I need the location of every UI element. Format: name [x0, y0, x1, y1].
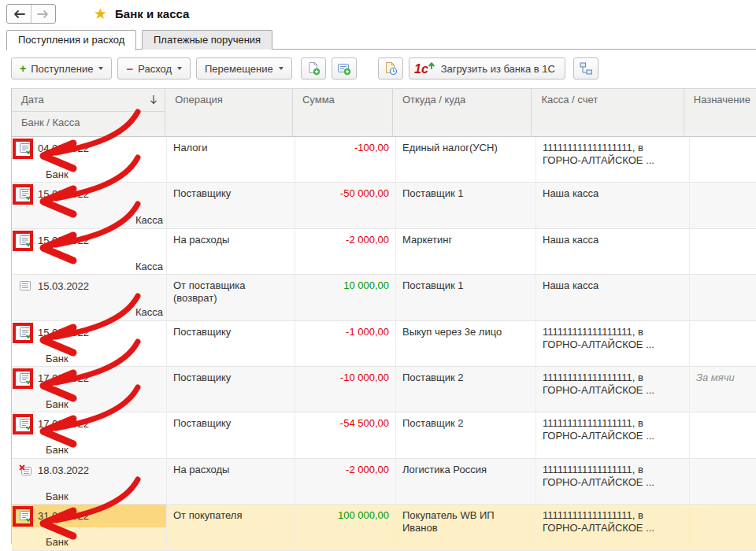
chevron-down-icon — [279, 67, 284, 70]
purpose-cell: За мячи — [690, 367, 756, 412]
purpose-cell — [690, 321, 756, 366]
date-cell: 31.03.2022 Банк — [12, 505, 167, 549]
account-cell: 111111111111111111, в ГОРНО-АЛТАЙСКОЕ ..… — [536, 137, 690, 182]
document-icon — [19, 280, 32, 296]
transactions-table: Дата Банк / Касса Операция Сумма Откуда … — [11, 88, 756, 544]
from-to-cell: Покупатель WB ИП Иванов — [396, 505, 536, 549]
column-header-account[interactable]: Касса / счет — [532, 89, 684, 136]
chevron-down-icon — [177, 67, 182, 70]
load-from-bank-button[interactable]: 1с Загрузить из банка в 1С — [409, 57, 565, 80]
history-nav — [6, 4, 56, 24]
toolbar: + Поступление − Расход Перемещение — [11, 57, 604, 80]
income-button[interactable]: + Поступление — [11, 57, 112, 80]
document-posted-icon — [19, 235, 32, 250]
add-document-button[interactable] — [301, 57, 326, 80]
table-row[interactable]: 15.03.2022 Касса Поставщику -50 000,00 П… — [12, 183, 756, 228]
operation-cell: Поставщику — [167, 367, 295, 412]
from-to-cell: Маркетинг — [396, 229, 536, 274]
tab-bar: Поступления и расход Платежные поручения — [6, 30, 756, 50]
amount-cell: -2 000,00 — [295, 229, 396, 274]
amount-cell: 10 000,00 — [295, 275, 396, 320]
date-text: 15.03.2022 — [38, 234, 89, 247]
table-row[interactable]: 04.03.2022 Банк Налоги -100,00 Единый на… — [12, 137, 756, 183]
amount-cell: -2 000,00 — [295, 459, 396, 504]
table-row[interactable]: 15.03.2022 Касса На расходы -2 000,00 Ма… — [12, 229, 756, 275]
plus-icon: + — [20, 62, 26, 75]
amount-cell: 100 000,00 — [295, 505, 396, 549]
column-header-purpose[interactable]: Назначение — [684, 89, 756, 136]
amount-cell: -100,00 — [295, 137, 396, 182]
table-header: Дата Банк / Касса Операция Сумма Откуда … — [12, 89, 756, 137]
svg-text:1с: 1с — [414, 62, 428, 76]
operation-cell: Поставщику — [167, 412, 295, 457]
date-cell: 15.03.2022 Касса — [12, 183, 167, 227]
document-posted-icon — [19, 327, 32, 342]
from-to-cell: Поставщик 1 — [396, 275, 536, 320]
operation-cell: От поставщика (возврат) — [167, 275, 295, 320]
from-to-cell: Логистика Россия — [396, 459, 536, 504]
operation-cell: Поставщику — [167, 183, 295, 227]
table-row[interactable]: 15.03.2022 Банк Поставщику -1 000,00 Вык… — [12, 321, 756, 367]
minus-icon: − — [126, 62, 133, 76]
account-cell: 111111111111111111, в ГОРНО-АЛТАЙСКОЕ ..… — [536, 367, 690, 412]
column-header-amount[interactable]: Сумма — [293, 89, 393, 136]
amount-cell: -54 500,00 — [295, 412, 396, 457]
column-header-from-to[interactable]: Откуда / куда — [393, 89, 532, 136]
table-row-selected[interactable]: 31.03.2022 Банк От покупателя 100 000,00… — [12, 505, 756, 550]
purpose-cell — [690, 505, 756, 549]
transfer-button[interactable]: Перемещение — [196, 57, 292, 80]
forward-button[interactable] — [31, 5, 55, 23]
date-text: 17.03.2022 — [38, 372, 89, 385]
account-cell: Наша касса — [536, 275, 690, 320]
chevron-down-icon — [98, 67, 103, 70]
document-deleted-icon — [19, 464, 32, 480]
document-posted-icon — [19, 510, 32, 526]
document-posted-icon — [19, 142, 32, 158]
account-cell: Наша касса — [536, 183, 690, 227]
date-cell: 15.03.2022 Касса — [12, 229, 167, 274]
add-document-icon — [306, 61, 321, 76]
amount-cell: -1 000,00 — [295, 321, 396, 366]
top-bar: ★ Банк и касса — [6, 4, 189, 24]
date-cell: 17.03.2022 Банк — [12, 367, 167, 412]
back-button[interactable] — [7, 5, 31, 23]
column-subheader-bank-kassa[interactable]: Банк / Касса — [12, 111, 165, 128]
date-cell: 18.03.2022 Банк — [12, 459, 167, 504]
date-cell: 15.03.2022 Банк — [12, 321, 167, 366]
back-arrow-icon — [13, 9, 25, 19]
date-text: 31.03.2022 — [38, 509, 89, 523]
document-structure-button[interactable] — [573, 57, 598, 80]
table-row[interactable]: 15.03.2022 Касса От поставщика (возврат)… — [12, 275, 756, 320]
date-text: 15.03.2022 — [38, 279, 89, 293]
expense-button-label: Расход — [138, 63, 172, 75]
account-group-label: Касса — [135, 306, 160, 319]
tab-payment-orders[interactable]: Платежные поручения — [142, 30, 272, 50]
from-to-cell: Поставщик 2 — [396, 412, 536, 457]
column-header-operation[interactable]: Операция — [165, 89, 293, 136]
table-row[interactable]: 18.03.2022 Банк На расходы -2 000,00 Лог… — [12, 459, 756, 505]
column-header-date[interactable]: Дата Банк / Касса — [12, 89, 165, 136]
load-from-bank-label: Загрузить из банка в 1С — [441, 63, 555, 75]
date-text: 17.03.2022 — [38, 417, 89, 431]
document-schedule-button[interactable] — [378, 57, 403, 80]
document-posted-icon — [19, 372, 32, 388]
tab-receipts-expenses[interactable]: Поступления и расход — [6, 30, 136, 50]
from-to-cell: Поставщик 1 — [396, 183, 536, 227]
favorite-star-icon[interactable]: ★ — [94, 6, 107, 21]
document-posted-icon — [19, 418, 32, 434]
purpose-cell — [690, 137, 756, 182]
from-to-cell: Выкуп через 3е лицо — [396, 321, 536, 366]
account-group-label: Банк — [46, 168, 160, 181]
operation-cell: На расходы — [167, 229, 295, 274]
operation-cell: От покупателя — [167, 505, 295, 549]
date-cell: 15.03.2022 Касса — [12, 275, 167, 320]
purpose-cell — [690, 229, 756, 274]
table-row[interactable]: 17.03.2022 Банк Поставщику -10 000,00 По… — [12, 367, 756, 412]
table-row[interactable]: 17.03.2022 Банк Поставщику -54 500,00 По… — [12, 412, 756, 458]
add-list-item-button[interactable] — [332, 57, 357, 80]
amount-cell: -10 000,00 — [295, 367, 396, 412]
operation-cell: Налоги — [167, 137, 295, 182]
date-text: 04.03.2022 — [38, 142, 89, 155]
date-cell: 04.03.2022 Банк — [12, 137, 167, 182]
expense-button[interactable]: − Расход — [117, 57, 191, 80]
